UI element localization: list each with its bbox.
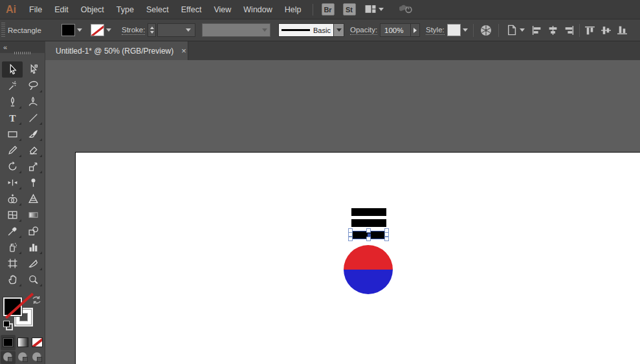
color-button[interactable] — [1, 335, 16, 350]
controlbar-divider — [498, 24, 499, 37]
opacity-spinner-button[interactable] — [411, 23, 420, 37]
opacity-label[interactable]: Opacity: — [350, 19, 377, 41]
mesh-tool[interactable] — [2, 207, 23, 223]
select-similar-button[interactable] — [505, 19, 525, 41]
artboard-tool[interactable] — [2, 255, 23, 272]
zoom-tool[interactable] — [23, 272, 43, 288]
bridge-button[interactable]: Br — [322, 3, 335, 16]
sync-power-icon[interactable] — [398, 3, 415, 17]
draw-behind-button[interactable] — [16, 351, 30, 364]
brush-definition-dropdown[interactable]: Basic — [278, 19, 344, 41]
horizontal-align-left-button[interactable] — [531, 25, 542, 36]
menu-edit[interactable]: Edit — [54, 4, 69, 16]
toolbar-grip[interactable] — [14, 52, 31, 54]
hand-tool[interactable] — [2, 272, 23, 288]
collapse-panel-icon[interactable]: « — [3, 43, 6, 51]
brush-definition-value: Basic — [313, 27, 331, 34]
magic-wand-tool[interactable] — [2, 78, 23, 94]
chevron-down-icon — [106, 28, 111, 32]
controlbar-grip[interactable] — [1, 23, 5, 38]
tools-grid: T — [2, 61, 43, 288]
selection-handle-mid-right[interactable] — [384, 232, 389, 237]
menu-object[interactable]: Object — [80, 4, 105, 16]
chevron-down-icon — [463, 28, 468, 32]
default-fill-stroke-icon[interactable] — [3, 321, 13, 330]
swap-fill-stroke-icon[interactable] — [32, 295, 41, 307]
eyedropper-tool[interactable] — [2, 223, 23, 239]
gradient-tool[interactable] — [23, 207, 43, 223]
style-label[interactable]: Style: — [426, 19, 445, 41]
puppet-warp-tool[interactable] — [23, 175, 43, 191]
draw-inside-button[interactable] — [30, 351, 45, 364]
recolor-artwork-button[interactable] — [480, 19, 492, 41]
slice-tool[interactable] — [23, 255, 43, 272]
menu-file[interactable]: File — [28, 4, 43, 16]
document-tab-bar: « Untitled-1* @ 50% (RGB/Preview) × — [0, 41, 640, 60]
workspace-switcher[interactable] — [365, 5, 384, 14]
perspective-grid-tool[interactable] — [23, 191, 43, 207]
black-bar-shape-1[interactable] — [351, 208, 386, 216]
toolbar-header: « — [0, 41, 45, 60]
selection-handle-bottom-center[interactable] — [366, 237, 371, 241]
menu-view[interactable]: View — [213, 4, 232, 16]
style-swatch[interactable] — [447, 24, 461, 36]
none-button[interactable] — [30, 335, 45, 350]
scale-tool[interactable] — [23, 158, 43, 175]
stroke-weight-dropdown[interactable] — [157, 19, 195, 41]
black-bar-shape-2[interactable] — [351, 219, 386, 227]
horizontal-align-center-button[interactable] — [547, 25, 558, 36]
gradient-button[interactable] — [16, 335, 30, 350]
fill-swatch[interactable] — [61, 24, 75, 36]
lasso-tool[interactable] — [23, 78, 43, 94]
pen-tool[interactable] — [2, 94, 23, 110]
horizontal-align-right-button[interactable] — [564, 25, 575, 36]
fill-color-dropdown[interactable] — [61, 19, 83, 41]
canvas-pasteboard[interactable] — [45, 60, 640, 364]
menu-type[interactable]: Type — [116, 4, 135, 16]
curvature-tool[interactable] — [23, 94, 43, 110]
stock-button[interactable]: St — [343, 3, 356, 16]
paintbrush-tool[interactable] — [23, 126, 43, 142]
stroke-color-dropdown[interactable] — [91, 19, 113, 41]
selection-center-point[interactable] — [368, 233, 371, 237]
stroke-weight-stepper[interactable] — [148, 19, 156, 41]
draw-normal-button[interactable] — [1, 351, 16, 364]
stroke-label[interactable]: Stroke: — [122, 19, 145, 41]
shape-builder-tool[interactable] — [2, 191, 23, 207]
selection-handle-bottom-right[interactable] — [384, 237, 389, 241]
close-tab-icon[interactable]: × — [181, 47, 186, 55]
rotate-tool[interactable] — [2, 158, 23, 175]
column-graph-tool[interactable] — [23, 239, 43, 255]
vertical-align-top-button[interactable] — [584, 25, 595, 36]
shaper-tool[interactable] — [2, 142, 23, 158]
stepper-down-icon[interactable] — [150, 31, 154, 34]
symbol-sprayer-tool[interactable] — [2, 239, 23, 255]
stepper-up-icon[interactable] — [150, 27, 154, 29]
menu-help[interactable]: Help — [284, 4, 302, 16]
selection-handle-top-center[interactable] — [366, 228, 371, 233]
direct-selection-tool[interactable] — [23, 61, 43, 78]
type-tool[interactable]: T — [2, 110, 23, 126]
controlbar-divider — [473, 24, 474, 37]
chevron-down-icon — [77, 28, 82, 32]
controlbar-divider — [579, 24, 580, 37]
line-segment-tool[interactable] — [23, 110, 43, 126]
menu-effect[interactable]: Effect — [181, 4, 203, 16]
vertical-align-center-button[interactable] — [601, 25, 612, 36]
menu-select[interactable]: Select — [146, 4, 170, 16]
selection-handle-bottom-left[interactable] — [348, 237, 353, 241]
rectangle-tool[interactable] — [2, 126, 23, 142]
document-tab[interactable]: Untitled-1* @ 50% (RGB/Preview) × — [45, 41, 188, 60]
selection-tool[interactable] — [2, 61, 23, 78]
opacity-field[interactable]: 100% — [380, 19, 420, 41]
blend-tool[interactable] — [23, 223, 43, 239]
eraser-tool[interactable] — [23, 142, 43, 158]
menu-window[interactable]: Window — [243, 4, 272, 16]
red-blue-circle-shape[interactable] — [344, 245, 393, 294]
style-dropdown[interactable] — [447, 19, 469, 41]
width-tool[interactable] — [2, 175, 23, 191]
stroke-none-swatch[interactable] — [91, 24, 104, 36]
vertical-align-bottom-button[interactable] — [617, 25, 628, 36]
selection-handle-mid-left[interactable] — [348, 232, 353, 237]
fill-indicator[interactable] — [3, 297, 22, 316]
